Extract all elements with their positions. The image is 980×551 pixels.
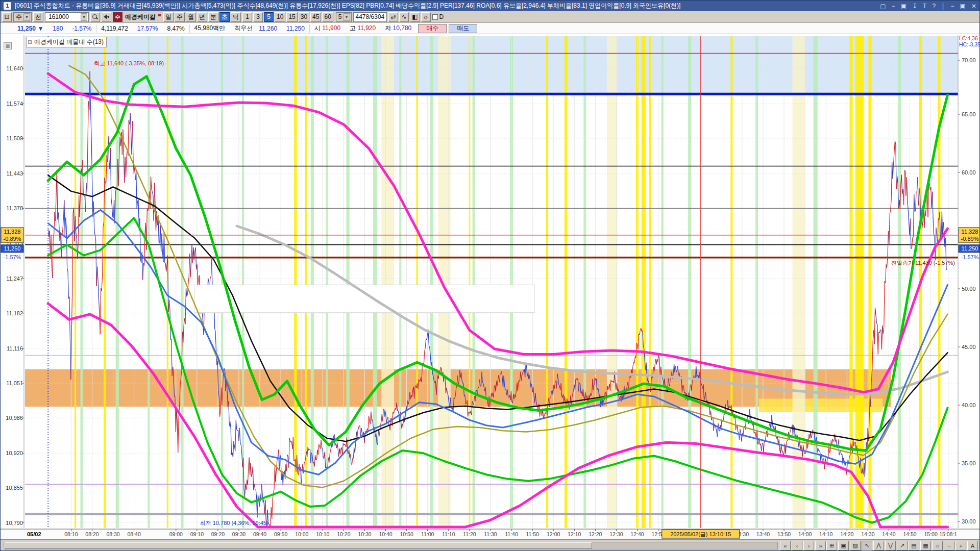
asset-type-dropdown[interactable]: 주 ▾ [13, 12, 32, 22]
chart-menu-button[interactable]: ⊡ [2, 12, 12, 22]
price-chart[interactable]: 11,64011,57411,50911,44311,37811,31311,2… [1, 34, 980, 539]
period-button-년[interactable]: 년 [197, 12, 207, 22]
separator: │ [941, 3, 945, 10]
price-band [25, 36, 958, 95]
toolbar-right-icons: ⇄∿◧☼ [388, 12, 430, 22]
interval-button-1[interactable]: 1 [242, 12, 252, 22]
multiplier-value: 5 [338, 13, 342, 20]
zoom-in-icon[interactable]: + [955, 541, 966, 550]
interval-button-5[interactable]: 5 [264, 12, 274, 22]
indicator-label[interactable]: 애경케미칼 매물대 수(13) [26, 37, 107, 47]
trade-amount: 45,980백만 [190, 24, 230, 33]
svg-text:09:50: 09:50 [274, 531, 287, 537]
multiplier-dropdown[interactable]: 5 ▾ [336, 12, 352, 22]
prev-stock-button[interactable]: 전 [33, 12, 43, 22]
high-label: 고 [350, 24, 356, 32]
svg-text:70.00: 70.00 [962, 57, 976, 63]
close-icon[interactable]: ✕ [971, 3, 976, 10]
asset-type-value: 주 [16, 13, 22, 21]
svg-text:13:50: 13:50 [777, 531, 791, 537]
interval-button-3[interactable]: 3 [253, 12, 263, 22]
period-button-월[interactable]: 월 [186, 12, 196, 22]
stock-chart-window: 1 [0601] 주식종합차트 - 유통비율[36.9] 거래대금[45,939… [0, 0, 980, 551]
svg-text:12:10: 12:10 [568, 531, 581, 537]
scroll-right-icon[interactable]: › [803, 541, 814, 550]
buy-button[interactable]: 매수 [418, 24, 447, 33]
compare-chart-icon[interactable]: ⇄ [388, 12, 398, 22]
svg-text:14:30: 14:30 [861, 531, 874, 537]
blank-annotation-box [195, 285, 534, 312]
period-button-분[interactable]: 분 [208, 12, 218, 22]
volume-stripe [399, 36, 401, 528]
stock-code-input[interactable] [47, 13, 79, 21]
chart-area[interactable]: 11,64011,57411,50911,44311,37811,31311,2… [1, 34, 979, 539]
pointer-tool-icon[interactable]: ↖ [862, 541, 872, 550]
volume-stripe [430, 36, 433, 528]
slope-tool-icon[interactable]: ↗ [897, 541, 908, 550]
help-icon[interactable]: ? [932, 3, 936, 10]
chart-scrollbar-thumb[interactable] [5, 542, 592, 549]
cascade-windows-icon[interactable]: ▣ [838, 541, 849, 550]
titlebar: 1 [0601] 주식종합차트 - 유통비율[36.9] 거래대금[45,939… [1, 1, 979, 11]
window-restore-icon[interactable]: ▣ [960, 3, 966, 10]
crosshair-price-marker-left: 11,328-0.89% [1, 228, 23, 243]
svg-text:10,986: 10,986 [6, 415, 23, 421]
svg-text:11,443: 11,443 [6, 170, 23, 177]
scroll-first-icon[interactable]: « [780, 541, 791, 550]
crosshair-price-marker-right: 11,328-0.89% [959, 228, 980, 243]
restore-icon[interactable]: ▢ [880, 3, 886, 10]
svg-text:11,574: 11,574 [6, 101, 23, 107]
sell-button[interactable]: 매도 [449, 24, 477, 33]
chart-image-icon[interactable]: ▦ [920, 541, 931, 550]
text-size-icon[interactable]: T [923, 3, 926, 10]
stock-code-combo[interactable]: ▾ [45, 12, 89, 22]
stock-type-badge: 주 [113, 12, 122, 22]
period-button-주[interactable]: 주 [175, 12, 185, 22]
pattern-area-icon[interactable]: ▨ [850, 541, 861, 550]
chart-grid-icon[interactable]: ▦ [4, 42, 12, 49]
scroll-left-icon[interactable]: ‹ [792, 541, 802, 550]
volume-stripe [242, 36, 244, 528]
save-chart-icon[interactable]: ◧ [410, 12, 420, 22]
trend-high-icon[interactable]: ⋀ [873, 541, 884, 550]
zoom-out-icon[interactable]: − [944, 541, 954, 550]
svg-text:11,250: 11,250 [4, 245, 21, 252]
svg-text:09:00: 09:00 [169, 531, 183, 537]
volume-stripe [473, 36, 475, 528]
open-price: 11,900 [322, 24, 340, 32]
chevron-down-icon[interactable]: ▾ [81, 13, 87, 21]
trend-low-icon[interactable]: ⋁ [885, 541, 896, 550]
volume-stripe [80, 36, 83, 528]
settings-gear-icon[interactable]: ☼ [421, 12, 431, 22]
svg-text:50.00: 50.00 [962, 286, 976, 292]
indicator-panel-icon[interactable]: ▤ [909, 541, 919, 550]
interval-button-10[interactable]: 10 [275, 12, 285, 22]
pin-icon[interactable]: ↧ [912, 3, 917, 10]
open-label: 시 [314, 24, 321, 32]
volume-stripe [755, 36, 758, 528]
interval-button-15[interactable]: 15 [286, 12, 297, 22]
svg-text:11,378: 11,378 [6, 205, 23, 211]
interval-button-45[interactable]: 45 [310, 12, 321, 22]
minimize-icon[interactable]: − [892, 3, 895, 10]
period-button-일[interactable]: 일 [163, 12, 174, 22]
scroll-last-icon[interactable]: » [815, 541, 826, 550]
price-band [759, 398, 883, 412]
font-size-icon[interactable]: A [967, 541, 978, 550]
zoom-search-icon[interactable]: ○ [932, 541, 943, 550]
day-low-annotation: 최저 10,780 (4,36%, 09:45) [200, 520, 268, 526]
interval-button-30[interactable]: 30 [299, 12, 309, 22]
volume-stripe [730, 36, 732, 528]
windows-icon[interactable]: ▣ [901, 3, 906, 10]
sound-alert-button[interactable]: ▾ [102, 12, 111, 22]
d-checkbox[interactable] [432, 14, 438, 20]
interval-button-60[interactable]: 60 [322, 12, 333, 22]
window-minimize-icon[interactable]: − [951, 3, 954, 10]
volume-stripe [565, 36, 568, 528]
chart-scrollbar[interactable] [4, 542, 778, 549]
add-chart-area-icon[interactable]: ⊞ [826, 541, 837, 550]
stock-search-button[interactable] [90, 12, 100, 22]
period-button-틱[interactable]: 틱 [231, 12, 241, 22]
period-button-초[interactable]: 초 [219, 12, 230, 22]
line-chart-icon[interactable]: ∿ [399, 12, 409, 22]
